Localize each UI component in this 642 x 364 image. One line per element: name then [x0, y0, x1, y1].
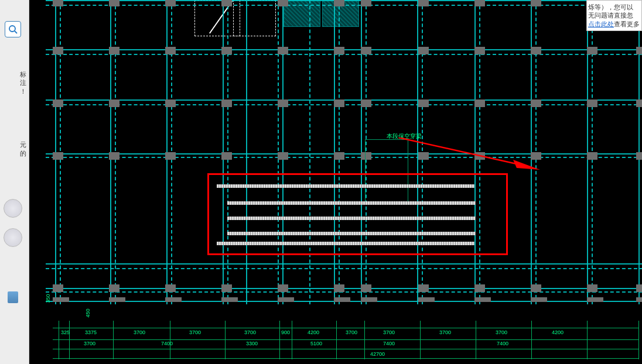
column-marker	[278, 99, 288, 107]
column-marker	[587, 152, 597, 160]
column-marker	[278, 297, 294, 302]
column-marker	[474, 152, 485, 160]
rebar-strip	[227, 232, 476, 235]
rebar-strip	[227, 217, 476, 220]
column-marker	[474, 284, 485, 292]
dimension-value: 3700	[496, 329, 507, 335]
dimension-value: 3700	[346, 329, 357, 335]
grid-line-horizontal	[46, 263, 642, 265]
column-marker	[278, 0, 288, 6]
column-marker	[165, 284, 176, 292]
column-marker	[636, 47, 642, 54]
column-marker	[165, 99, 176, 107]
dimension-tick	[336, 321, 337, 359]
column-marker	[474, 297, 491, 302]
column-marker	[531, 152, 541, 160]
dimension-rule	[53, 328, 638, 328]
column-marker	[361, 47, 371, 54]
dimension-value: 7400	[497, 341, 508, 346]
dimension-value: 3700	[134, 329, 145, 335]
dimension-value: 3700	[84, 341, 95, 346]
column-marker	[278, 152, 288, 160]
column-marker	[334, 0, 344, 6]
column-marker	[278, 47, 288, 54]
column-marker	[53, 297, 69, 302]
column-marker	[221, 47, 232, 54]
dimension-value: 7400	[383, 341, 395, 346]
column-marker	[636, 99, 642, 107]
search-icon	[8, 25, 18, 34]
grid-line-vertical	[246, 0, 247, 304]
column-marker	[587, 284, 597, 292]
dim-left-vert-1: 350	[45, 294, 51, 303]
dimension-tick	[476, 321, 476, 359]
column-marker	[221, 99, 232, 107]
dim-total: 42700	[370, 351, 385, 357]
tip-link-tail: 查看更多	[614, 20, 640, 28]
column-marker	[109, 0, 119, 6]
dimension-tick	[170, 321, 170, 359]
svg-point-0	[9, 26, 15, 32]
column-marker	[109, 284, 119, 292]
column-marker	[109, 152, 119, 160]
dimension-value: 3700	[244, 329, 256, 335]
column-marker	[531, 0, 541, 6]
column-marker	[361, 99, 371, 107]
rebar-strip	[217, 242, 474, 245]
dimension-tick	[279, 321, 280, 359]
tip-line-1: 烁等），您可以	[588, 4, 633, 11]
column-marker	[334, 297, 350, 302]
dimension-tick	[420, 321, 421, 359]
column-marker	[474, 99, 485, 107]
rebar-strip	[217, 184, 474, 188]
tip-link[interactable]: 点击此处	[588, 20, 614, 28]
dimension-value: 3300	[246, 341, 258, 346]
column-marker	[474, 0, 485, 6]
grid-line-horizontal	[46, 268, 642, 269]
column-marker	[418, 297, 435, 302]
dimension-rule	[53, 358, 638, 359]
column-marker	[531, 284, 541, 292]
dimension-value: 7400	[161, 341, 173, 346]
dimension-value: 3700	[439, 329, 451, 335]
column-marker	[418, 0, 429, 6]
column-marker	[636, 284, 642, 292]
hatch-panel	[284, 0, 320, 27]
column-marker	[531, 297, 547, 302]
column-marker	[334, 99, 344, 107]
dimension-tick	[69, 321, 70, 359]
side-tool-icon-1[interactable]	[4, 199, 22, 218]
side-text-1: 标 注 ！	[20, 70, 26, 95]
column-marker	[165, 152, 176, 160]
side-tool-icon-2[interactable]	[4, 228, 22, 247]
dimension-value: 3700	[189, 329, 201, 335]
dimension-tick	[638, 321, 639, 359]
dimension-tick	[587, 321, 588, 359]
side-tool-icon-3[interactable]	[8, 291, 18, 303]
dimension-value: 3700	[383, 329, 395, 335]
column-marker	[587, 99, 597, 107]
dimension-tick	[59, 321, 59, 359]
search-button[interactable]	[5, 21, 21, 37]
column-marker	[587, 47, 597, 54]
left-panel: 标 注 ！ 元 的	[0, 0, 29, 364]
column-marker	[531, 99, 541, 107]
cad-viewport[interactable]: 本段保空穿梁 325337537003700370090042003700370…	[29, 0, 642, 364]
column-marker	[361, 284, 371, 292]
column-marker	[361, 297, 377, 302]
column-marker	[221, 0, 232, 6]
dimension-value: 5100	[310, 341, 322, 346]
tip-panel: 烁等），您可以 无问题请直接忽 点击此处查看更多	[586, 0, 642, 31]
column-marker	[334, 47, 344, 54]
column-marker	[361, 0, 371, 6]
column-marker	[334, 152, 344, 160]
dimension-value: 900	[281, 329, 290, 335]
dim-left-vert-2: 450	[85, 308, 91, 317]
column-marker	[165, 47, 176, 54]
column-marker	[334, 284, 344, 292]
column-marker	[531, 47, 541, 54]
column-marker	[165, 297, 182, 302]
dimension-value: 3375	[85, 329, 97, 335]
column-marker	[636, 152, 642, 160]
column-marker	[109, 99, 119, 107]
